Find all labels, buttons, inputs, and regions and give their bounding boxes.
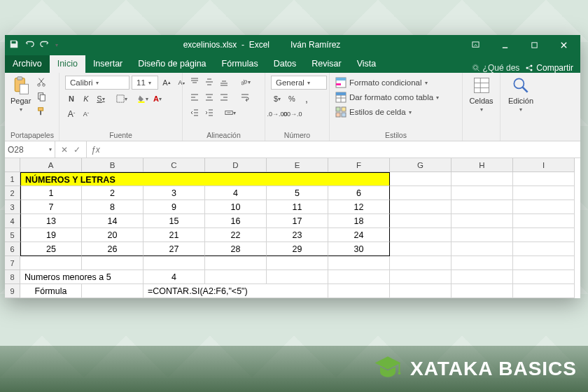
cell[interactable] [267,270,328,284]
row-header[interactable]: 2 [5,186,20,200]
column-header[interactable]: E [267,158,328,172]
cell[interactable] [390,172,451,186]
row-header[interactable]: 5 [5,228,20,242]
cell[interactable]: 8 [82,200,144,214]
bold-button[interactable]: N [65,92,78,105]
cell[interactable] [390,270,451,284]
column-header[interactable]: G [390,158,451,172]
align-middle-icon[interactable] [203,76,216,88]
cell[interactable]: 24 [328,228,390,242]
cell[interactable] [451,228,513,242]
spreadsheet-grid[interactable]: ABCDEFGHI 1NÚMEROS Y LETRAS2123456378910… [5,158,580,298]
decrease-indent-icon[interactable] [188,106,201,119]
font-grow-placeholder[interactable]: Aˆ [65,108,78,120]
cell[interactable]: 4 [205,186,267,200]
cell[interactable]: 23 [267,228,328,242]
cell[interactable]: 14 [82,214,144,228]
fx-icon[interactable]: ƒx [87,141,104,158]
row-header[interactable]: 6 [5,242,20,256]
cell[interactable] [20,256,82,270]
cell[interactable] [390,200,451,214]
cell[interactable] [451,186,513,200]
font-color-icon[interactable]: A▾ [151,92,164,105]
cell[interactable] [82,256,144,270]
align-top-icon[interactable] [188,76,201,88]
cell[interactable]: 28 [205,242,267,256]
cell[interactable] [513,256,575,270]
enter-formula-icon[interactable]: ✓ [74,145,80,155]
row-header[interactable]: 3 [5,200,20,214]
increase-indent-icon[interactable] [203,106,216,119]
percent-icon[interactable]: % [286,92,298,105]
tab-datos[interactable]: Datos [266,55,304,73]
conditional-formatting-button[interactable]: Formato condicional▾ [335,76,439,90]
cell[interactable] [390,256,451,270]
cell[interactable]: 29 [267,242,328,256]
row-header[interactable]: 7 [5,256,20,270]
tab-revisar[interactable]: Revisar [304,55,349,73]
cell[interactable] [328,270,390,284]
cell[interactable] [390,214,451,228]
italic-button[interactable]: K [80,92,92,105]
row-header[interactable]: 8 [5,270,20,284]
cell[interactable] [513,200,575,214]
cell[interactable] [328,284,390,298]
tab-inicio[interactable]: Inicio [50,55,85,73]
number-format-combo[interactable]: General▾ [271,76,327,90]
font-name-combo[interactable]: Calibri▾ [65,76,130,90]
cell[interactable]: 5 [267,186,328,200]
cell[interactable]: 17 [267,214,328,228]
cell[interactable] [513,186,575,200]
column-header[interactable]: F [328,158,390,172]
cell[interactable]: 1 [20,186,82,200]
format-painter-icon[interactable] [35,105,48,118]
cell[interactable]: 13 [20,214,82,228]
underline-button[interactable]: S▾ [94,92,107,105]
cell[interactable] [451,242,513,256]
fill-color-icon[interactable]: ▾ [136,92,149,105]
cell[interactable]: 11 [267,200,328,214]
cell[interactable]: 18 [328,214,390,228]
row-header[interactable]: 9 [5,284,20,298]
tab-vista[interactable]: Vista [349,55,384,73]
editing-button[interactable]: Edición▾ [508,76,533,113]
row-header[interactable]: 1 [5,172,20,186]
cut-icon[interactable] [35,76,48,88]
cell[interactable]: 16 [205,214,267,228]
cell[interactable] [451,270,513,284]
wrap-text-icon[interactable] [239,91,251,104]
column-header[interactable]: C [144,158,205,172]
cell[interactable] [390,242,451,256]
cell[interactable] [205,270,267,284]
tab-fórmulas[interactable]: Fórmulas [214,55,266,73]
cell[interactable]: NÚMEROS Y LETRAS [20,172,390,186]
cell[interactable] [451,284,513,298]
tell-me-search[interactable]: ¿Qué des [472,63,520,73]
cell[interactable] [513,172,575,186]
tab-diseño-de-página[interactable]: Diseño de página [130,55,214,73]
cell[interactable]: 19 [20,228,82,242]
cell[interactable]: 10 [205,200,267,214]
cell[interactable] [513,214,575,228]
font-shrink-placeholder[interactable]: Aˇ [80,108,92,120]
cell[interactable]: 26 [82,242,144,256]
cell-styles-button[interactable]: Estilos de celda▾ [335,105,439,119]
undo-icon[interactable] [24,39,34,51]
font-size-combo[interactable]: 11▾ [132,76,158,90]
merge-center-icon[interactable]: ▾ [224,106,237,119]
increase-font-icon[interactable]: A▴ [160,76,173,89]
name-box[interactable]: O28▾ [5,141,55,158]
cell[interactable]: 3 [144,186,205,200]
save-icon[interactable] [9,39,19,51]
align-right-icon[interactable] [218,91,230,104]
cell[interactable] [390,186,451,200]
cell[interactable] [390,284,451,298]
cell[interactable] [390,228,451,242]
cell[interactable]: Fórmula [20,284,82,298]
cancel-formula-icon[interactable]: ✕ [61,145,68,155]
format-as-table-button[interactable]: Dar formato como tabla▾ [335,90,439,104]
cell[interactable] [513,270,575,284]
decrease-decimal-icon[interactable]: .00→.0 [286,108,298,120]
cell[interactable]: =CONTAR.SI(A2:F6,"<5") [144,284,328,298]
cell[interactable] [451,200,513,214]
